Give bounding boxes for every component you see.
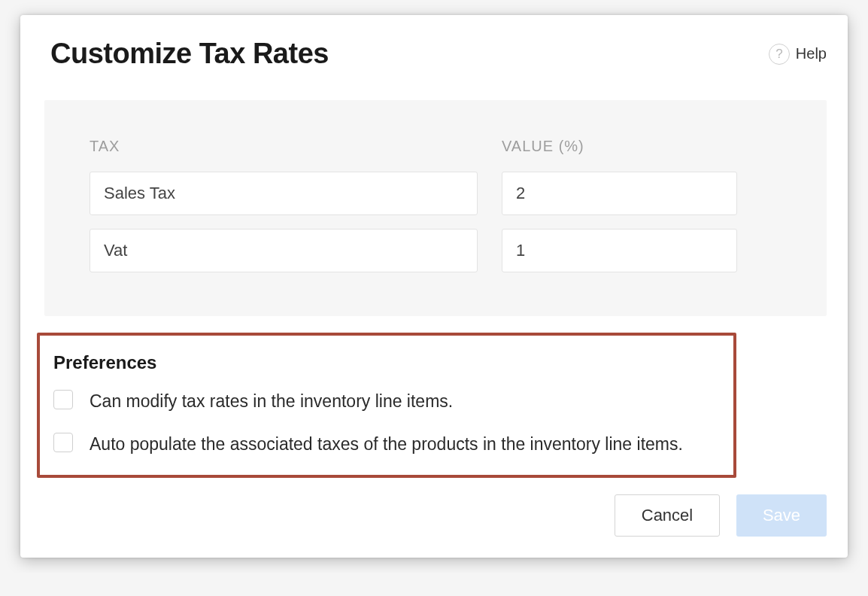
columns-header: TAX VALUE (%) <box>90 138 782 155</box>
tax-name-input[interactable] <box>90 229 478 272</box>
customize-tax-rates-dialog: Customize Tax Rates ? Help TAX VALUE (%)… <box>20 15 848 558</box>
preference-item: Can modify tax rates in the inventory li… <box>53 388 717 415</box>
dialog-title: Customize Tax Rates <box>50 38 329 70</box>
preference-label: Can modify tax rates in the inventory li… <box>90 388 453 415</box>
preferences-title: Preferences <box>53 352 717 373</box>
preference-item: Auto populate the associated taxes of th… <box>53 431 717 458</box>
dialog-footer: Cancel Save <box>50 494 827 537</box>
preference-label: Auto populate the associated taxes of th… <box>90 431 683 458</box>
cancel-button[interactable]: Cancel <box>615 494 720 537</box>
preferences-section: Preferences Can modify tax rates in the … <box>37 333 736 478</box>
tax-value-input[interactable] <box>502 172 737 215</box>
preference-checkbox[interactable] <box>53 390 73 409</box>
tax-row <box>90 229 782 272</box>
preference-checkbox[interactable] <box>53 433 73 452</box>
help-icon: ? <box>769 44 790 65</box>
save-button[interactable]: Save <box>736 494 827 537</box>
dialog-header: Customize Tax Rates ? Help <box>50 38 827 70</box>
tax-value-input[interactable] <box>502 229 737 272</box>
value-column-label: VALUE (%) <box>502 138 615 155</box>
tax-rates-panel: TAX VALUE (%) <box>44 100 827 316</box>
tax-name-input[interactable] <box>90 172 478 215</box>
tax-column-label: TAX <box>90 138 478 155</box>
tax-row <box>90 172 782 215</box>
help-label: Help <box>796 45 827 62</box>
help-link[interactable]: ? Help <box>769 44 827 65</box>
